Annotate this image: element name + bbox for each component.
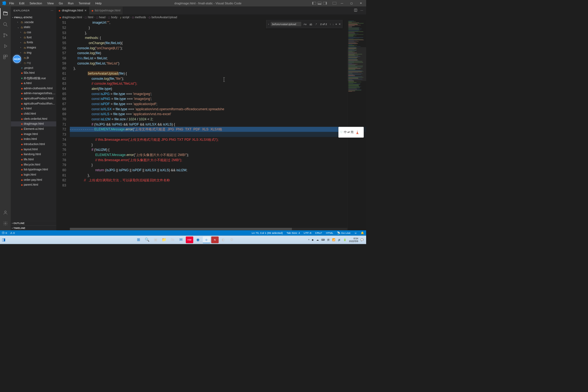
code-line[interactable]: const isPNG = file.type === 'image/png'; <box>70 96 366 102</box>
system-tray[interactable]: ^ ◆ ☁ ⌨ 拼 📶 🔊 🔋 8:542022/5/9 💬 <box>308 237 364 243</box>
source-control-icon[interactable] <box>0 30 11 41</box>
menu-go[interactable]: Go <box>57 1 65 6</box>
file-item[interactable]: ◆clerk-orderlist.html <box>11 116 56 121</box>
menu-edit[interactable]: Edit <box>17 1 26 6</box>
find-expand-icon[interactable]: › <box>268 22 269 27</box>
file-item[interactable]: ◆order-pay.html <box>11 177 56 182</box>
status-tabsize[interactable]: Tab Size: 4 <box>287 231 300 234</box>
file-item[interactable]: ◆life.html <box>11 157 56 162</box>
code-line[interactable]: }, <box>70 173 366 178</box>
file-item[interactable]: ◆liandong.html <box>11 152 56 157</box>
minimap[interactable] <box>348 20 366 230</box>
match-word-icon[interactable]: ab <box>309 21 313 27</box>
file-item[interactable]: ◆agricultrueProduct.html <box>11 96 56 101</box>
more-actions-icon[interactable]: ⋯ <box>360 9 363 12</box>
menu-file[interactable]: File <box>7 1 16 6</box>
breadcrumb[interactable]: ◆dragImage.html› ⬚html› ⬚head› ⬚body› ƒs… <box>56 15 366 20</box>
code-line[interactable]: if (!isJPG && !isPNG && !isPDF && isXLSX… <box>70 122 366 127</box>
find-prev-icon[interactable]: ↑ <box>330 22 331 27</box>
layout-bottom-icon[interactable] <box>318 2 321 5</box>
menu-terminal[interactable]: Terminal <box>76 1 92 6</box>
task-view-icon[interactable]: ▣ <box>152 237 159 243</box>
sidebar-more-icon[interactable]: ⋯ <box>51 9 54 12</box>
menu-run[interactable]: Run <box>66 1 76 6</box>
code-line[interactable]: // console.log(fileList,"fileList"); <box>70 81 366 86</box>
status-eol[interactable]: CRLF <box>315 231 322 234</box>
keyboard-icon[interactable]: ⌨ <box>321 238 325 241</box>
code-line[interactable]: methods: { <box>70 35 366 41</box>
code-line[interactable]: console.log(file) <box>70 51 366 56</box>
project-root[interactable]: ⌄FMALL-STATIC <box>11 15 56 20</box>
notifications-icon[interactable]: 💬 <box>360 238 364 241</box>
code-line[interactable]: const isXLSX = file.type === 'applicatio… <box>70 106 366 112</box>
code-line[interactable]: } <box>70 142 366 147</box>
tray-chevron-icon[interactable]: ^ <box>308 238 309 241</box>
chrome-icon[interactable]: ◐ <box>220 237 227 243</box>
file-item[interactable]: ◆dragImage.html <box>11 121 56 127</box>
mail-icon[interactable]: ✉ <box>177 237 185 243</box>
tab-dragimage[interactable]: ◆ dragImage.html ✕ <box>56 7 89 15</box>
folder-item[interactable]: ›🗀fonts <box>11 40 56 45</box>
layout-right-icon[interactable] <box>323 2 327 5</box>
status-golive[interactable]: 📡 Go Live <box>337 231 351 235</box>
tray-app-icon[interactable]: ◆ <box>312 238 314 241</box>
layout-left-icon[interactable] <box>312 2 316 5</box>
folder-item[interactable]: ›🗀css <box>11 30 56 35</box>
file-item[interactable]: ◆index.html <box>11 137 56 142</box>
layout-custom-icon[interactable] <box>333 2 336 5</box>
taskbar-search-icon[interactable]: 🔍 <box>143 237 151 243</box>
file-tree[interactable]: ›🗀.vscode⌄🗀static›🗀css›🗀font›🗀fonts›🗀ima… <box>11 20 56 221</box>
folder-item[interactable]: ›🗀img <box>11 50 56 55</box>
find-input[interactable] <box>271 22 301 26</box>
ime-popup[interactable]: ♡ 中 ⇌ 简 🗼 <box>338 127 364 138</box>
split-editor-icon[interactable] <box>354 8 357 13</box>
file-item[interactable]: ◆introduction.html <box>11 142 56 147</box>
folder-item[interactable]: ›🗀.vscode <box>11 20 56 25</box>
code-line[interactable]: console.log("onChange执行"); <box>70 45 366 51</box>
timeline-section[interactable]: › TIMELINE <box>11 225 56 230</box>
menu-view[interactable]: View <box>45 1 56 6</box>
code-line[interactable]: ELEMENT.Message.error("上传头像图片大小不能超过 2MB!… <box>70 152 366 157</box>
file-item[interactable]: ◆agricultrueProductRen... <box>11 101 56 106</box>
app-task-icon[interactable]: N <box>211 237 219 243</box>
status-lang[interactable]: HTML <box>326 231 333 234</box>
code-line[interactable]: const isXLS = file.type === 'application… <box>70 112 366 117</box>
horizontal-scrollbar[interactable] <box>70 228 348 230</box>
file-item[interactable]: ◆layout.html <box>11 147 56 152</box>
status-feedback-icon[interactable]: ☺ <box>354 231 357 234</box>
file-item[interactable]: ◆list-typeImage.html <box>11 167 56 172</box>
code-line[interactable]: }, <box>70 30 366 35</box>
code-line[interactable]: this.fileList = fileList; <box>70 56 366 61</box>
code-line[interactable]: return (isJPG || isPNG || isPDF || isXLS… <box>70 167 366 173</box>
file-explorer-icon[interactable]: 📁 <box>160 237 168 243</box>
code-line[interactable]: onChange(file,fileList){ <box>70 40 366 45</box>
onedrive-icon[interactable]: ☁ <box>316 238 319 241</box>
explorer-icon[interactable] <box>0 8 11 19</box>
tray-clock[interactable]: 8:542022/5/9 <box>349 237 358 243</box>
huawei-icon[interactable]: HW <box>186 237 193 243</box>
minimize-button[interactable]: — <box>338 0 346 7</box>
code-line[interactable]: // this.$message.error('上传头像图片大小不能超过 2MB… <box>70 157 366 163</box>
code-line[interactable] <box>70 183 366 188</box>
code-editor[interactable]: 5152535455565758596061626364656667686970… <box>56 20 366 230</box>
folder-item[interactable]: ›🗀images <box>11 45 56 50</box>
ime-icon[interactable]: 拼 <box>327 238 330 241</box>
maximize-button[interactable]: ▢ <box>348 0 356 7</box>
code-line[interactable]: }, <box>70 66 366 71</box>
store-icon[interactable]: 🛍 <box>169 237 176 243</box>
code-line[interactable]: · · · · · · · · · · · · · ELEMENT.Messag… <box>70 127 366 132</box>
edge-icon[interactable]: ◉ <box>194 237 201 243</box>
menu-help[interactable]: Help <box>93 1 103 6</box>
code-line[interactable]: const isPDF = file.type === 'application… <box>70 101 366 106</box>
find-selection-icon[interactable]: ≡ <box>335 22 337 27</box>
folder-item[interactable]: ⌄🗀static <box>11 25 56 30</box>
volume-icon[interactable]: 🔊 <box>338 238 341 241</box>
battery-icon[interactable]: 🔋 <box>343 238 347 241</box>
file-item[interactable]: ◆parent.html <box>11 182 56 188</box>
code-line[interactable]: console.log(file,"file"); <box>70 76 366 81</box>
outline-section[interactable]: › OUTLINE <box>11 221 56 225</box>
menu-selection[interactable]: Selection <box>27 1 44 6</box>
regex-icon[interactable]: .* <box>314 21 317 27</box>
code-line[interactable]: if (!isLt2M) { <box>70 147 366 152</box>
settings-task-icon[interactable]: ⚙ <box>228 237 235 243</box>
